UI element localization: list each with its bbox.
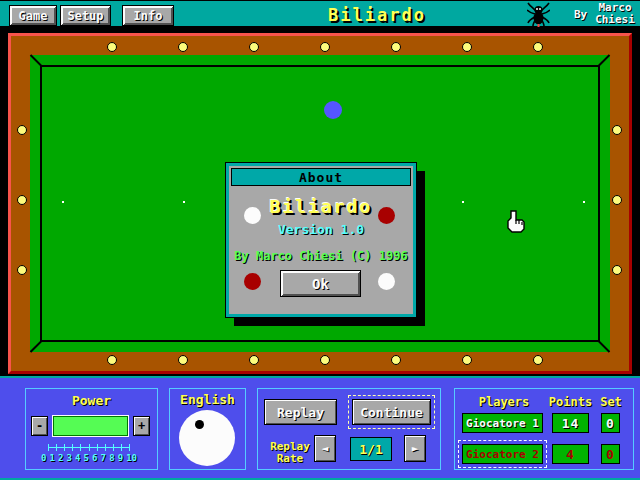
game-menu-button[interactable]: Game (9, 5, 57, 26)
felt-spot (583, 201, 585, 203)
header-bar: Game Setup Info Biliardo By Marco Chiesi (0, 0, 640, 26)
continue-button[interactable]: Continue (352, 399, 431, 425)
about-dialog: About Biliardo Version 1.0 By Marco Chie… (226, 163, 416, 317)
power-plus-button[interactable]: + (133, 416, 150, 436)
tick-label: 8 (109, 453, 114, 463)
player1-points-box: 14 (552, 413, 589, 433)
tick-label: 9 (118, 453, 123, 463)
player1-set-box: 0 (601, 413, 620, 433)
tick-label: 4 (75, 453, 80, 463)
power-scale-numbers: 0 1 2 3 4 5 6 7 8 9 10 (41, 453, 137, 463)
rail-diamond (612, 195, 622, 205)
player1-name-box: Giocatore 1 (462, 413, 543, 433)
rail-diamond (533, 42, 543, 52)
power-minus-button[interactable]: - (31, 416, 48, 436)
replay-button[interactable]: Replay (264, 399, 337, 425)
tick-label: 1 (50, 453, 55, 463)
rail-diamond (462, 355, 472, 365)
setup-menu-button[interactable]: Setup (60, 5, 111, 26)
rail-diamond (320, 355, 330, 365)
rail-diamond (249, 355, 259, 365)
felt-spot (183, 201, 185, 203)
power-panel: Power - + 0 1 2 3 4 5 6 7 8 9 10 (25, 388, 158, 470)
spin-point-indicator (195, 420, 204, 429)
rate-value: 1/1 (350, 437, 392, 461)
felt-spot (462, 201, 464, 203)
red-ball-icon (378, 207, 395, 224)
rate-previous-button[interactable]: ◄ (314, 435, 336, 462)
rail-diamond (178, 42, 188, 52)
english-panel: English (169, 388, 246, 470)
felt-spot (62, 201, 64, 203)
rail-diamond (391, 355, 401, 365)
rail-diamond (612, 125, 622, 135)
rail-diamond (612, 265, 622, 275)
power-gauge (52, 415, 129, 437)
author-name: Marco Chiesi (591, 2, 639, 26)
player2-name-box: Giocatore 2 (462, 444, 543, 464)
control-panel: Power - + 0 1 2 3 4 5 6 7 8 9 10 English (0, 376, 640, 480)
rail-diamond (462, 42, 472, 52)
players-header: Players (459, 395, 549, 409)
power-scale-ruler (48, 444, 130, 451)
dialog-titlebar[interactable]: About (231, 168, 411, 186)
spider-icon (527, 2, 550, 31)
ok-button[interactable]: Ok (280, 270, 361, 297)
rail-diamond (533, 355, 543, 365)
points-header: Points (548, 395, 593, 409)
rail-diamond (17, 265, 27, 275)
tick-label: 10 (126, 453, 137, 463)
tick-label: 3 (67, 453, 72, 463)
app-title: Biliardo (328, 5, 426, 25)
rail-diamond (320, 42, 330, 52)
cue-ball-spin-control[interactable] (179, 410, 235, 466)
player2-points-box: 4 (552, 444, 589, 464)
dialog-version: Version 1.0 (229, 222, 413, 237)
tick-label: 7 (101, 453, 106, 463)
player2-set-box: 0 (601, 444, 620, 464)
rail-diamond (249, 42, 259, 52)
blue-ball (324, 101, 342, 119)
info-menu-button[interactable]: Info (122, 5, 174, 26)
white-ball-icon (244, 207, 261, 224)
tick-label: 6 (92, 453, 97, 463)
players-panel: Players Points Set Giocatore 1 14 0 Gioc… (454, 388, 634, 470)
rail-diamond (178, 355, 188, 365)
rail-diamond (107, 42, 117, 52)
rail-diamond (107, 355, 117, 365)
tick-label: 0 (41, 453, 46, 463)
rate-next-button[interactable]: ► (404, 435, 426, 462)
tick-label: 5 (84, 453, 89, 463)
replay-panel: Replay Continue Replay Rate ◄ 1/1 ► (257, 388, 441, 470)
rail-diamond (17, 125, 27, 135)
hand-cursor-icon (504, 210, 526, 239)
tick-label: 2 (58, 453, 63, 463)
by-label: By (574, 8, 587, 21)
dialog-credit: By Marco Chiesi (C) 1996 (229, 249, 413, 263)
red-ball-icon (244, 273, 261, 290)
set-header: Set (595, 395, 627, 409)
white-ball-icon (378, 273, 395, 290)
replay-rate-label: Replay Rate (260, 441, 320, 465)
power-label: Power (26, 393, 157, 408)
biliardo-screen: Game Setup Info Biliardo By Marco Chiesi (0, 0, 640, 480)
rail-diamond (17, 195, 27, 205)
english-label: English (170, 392, 245, 407)
replay-rate-label-line2: Rate (260, 453, 320, 465)
author-line2: Chiesi (591, 14, 639, 26)
rail-diamond (391, 42, 401, 52)
